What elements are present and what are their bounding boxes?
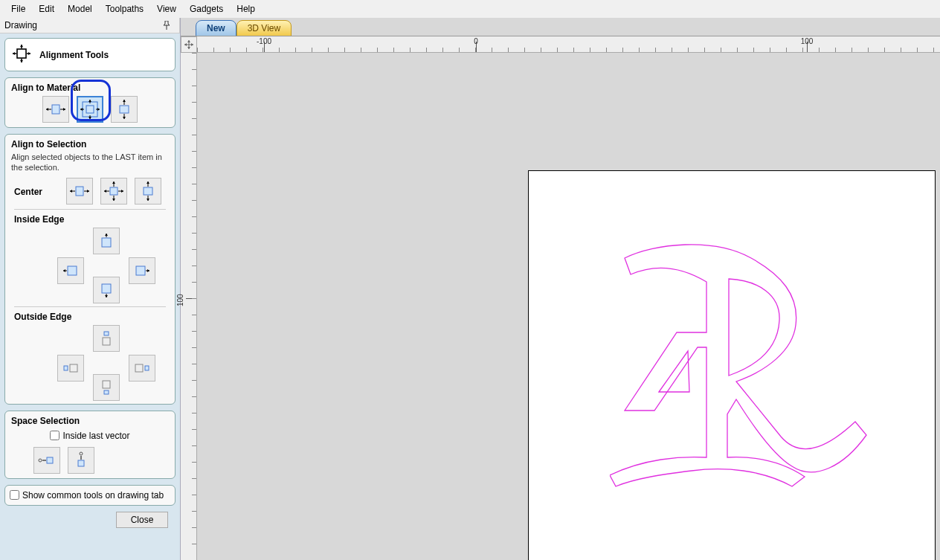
svg-rect-7	[144, 187, 152, 195]
center-label: Center	[14, 187, 42, 197]
align-material-horizontal-button[interactable]	[42, 96, 69, 123]
svg-rect-9	[68, 266, 77, 275]
inside-edge-label: Inside Edge	[14, 214, 169, 225]
design-canvas[interactable]	[197, 53, 940, 560]
menu-help[interactable]: Help	[230, 1, 262, 16]
svg-rect-17	[145, 366, 149, 370]
menu-view[interactable]: View	[150, 1, 183, 16]
svg-point-22	[80, 452, 83, 455]
ruler-vertical: 100	[181, 53, 197, 560]
svg-rect-23	[78, 460, 84, 466]
space-vertical-button[interactable]	[68, 447, 94, 474]
center-horizontal-button[interactable]	[66, 178, 93, 205]
ruler-horizontal: -1000100	[197, 36, 940, 53]
inside-left-button[interactable]	[57, 257, 84, 284]
view-tabstrip: New 3D View	[181, 18, 940, 36]
svg-rect-1	[52, 105, 59, 114]
svg-rect-4	[120, 106, 129, 113]
menu-toolpaths[interactable]: Toolpaths	[99, 1, 150, 16]
canvas-wrap: -1000100 100	[181, 36, 940, 560]
outside-top-button[interactable]	[93, 325, 120, 352]
svg-rect-16	[135, 364, 143, 372]
align-to-material-heading: Align to Material	[11, 83, 169, 93]
svg-rect-18	[103, 381, 110, 388]
svg-rect-10	[136, 266, 145, 275]
tab-new[interactable]: New	[196, 20, 236, 36]
inside-right-button[interactable]	[129, 257, 155, 284]
svg-rect-12	[103, 338, 110, 345]
svg-rect-13	[104, 332, 109, 335]
outside-right-button[interactable]	[129, 355, 155, 382]
space-selection-heading: Space Selection	[11, 416, 169, 426]
inside-last-vector-label: Inside last vector	[62, 431, 129, 441]
panel-title: Drawing	[4, 20, 37, 30]
main-area: New 3D View -1000100 100	[181, 18, 940, 560]
inside-top-button[interactable]	[93, 228, 120, 254]
side-panel: Drawing Alignment Tools	[0, 18, 181, 560]
outside-edge-label: Outside Edge	[14, 312, 169, 322]
center-in-material-icon	[11, 43, 32, 66]
svg-rect-14	[70, 364, 77, 372]
svg-rect-11	[102, 284, 111, 293]
menu-edit[interactable]: Edit	[32, 1, 61, 16]
vector-letter-r[interactable]	[610, 243, 878, 489]
tab-3d-view[interactable]: 3D View	[236, 20, 292, 36]
inside-last-vector-checkbox[interactable]	[50, 431, 59, 440]
alignment-tools-header: Alignment Tools	[4, 38, 176, 71]
show-common-tools-checkbox[interactable]	[10, 490, 19, 500]
inside-bottom-button[interactable]	[93, 277, 120, 303]
center-both-button[interactable]	[100, 178, 127, 205]
align-to-selection-heading: Align to Selection	[11, 139, 169, 149]
alignment-tools-title: Alignment Tools	[39, 50, 109, 60]
center-vertical-button[interactable]	[135, 178, 161, 205]
svg-rect-6	[110, 187, 118, 195]
ruler-origin-icon[interactable]	[181, 36, 197, 53]
space-horizontal-button[interactable]	[33, 447, 60, 474]
svg-rect-3	[86, 106, 94, 113]
svg-rect-15	[64, 366, 68, 370]
svg-rect-8	[102, 238, 111, 247]
outside-bottom-button[interactable]	[93, 374, 120, 401]
menu-file[interactable]: File	[4, 1, 32, 16]
svg-rect-0	[17, 49, 26, 58]
outside-left-button[interactable]	[57, 355, 84, 382]
pin-icon[interactable]	[163, 21, 170, 30]
align-material-center-button[interactable]	[77, 96, 103, 123]
svg-rect-19	[104, 390, 109, 394]
close-button[interactable]: Close	[116, 512, 168, 528]
align-material-vertical-button[interactable]	[111, 96, 138, 123]
svg-point-20	[39, 459, 42, 462]
svg-rect-5	[76, 187, 83, 196]
align-to-selection-help: Align selected objects to the LAST item …	[11, 152, 169, 173]
svg-rect-21	[47, 457, 53, 463]
show-common-tools-label: Show common tools on drawing tab	[22, 490, 164, 501]
menu-gadgets[interactable]: Gadgets	[183, 1, 230, 16]
menu-model[interactable]: Model	[61, 1, 99, 16]
menu-bar: File Edit Model Toolpaths View Gadgets H…	[0, 0, 940, 18]
